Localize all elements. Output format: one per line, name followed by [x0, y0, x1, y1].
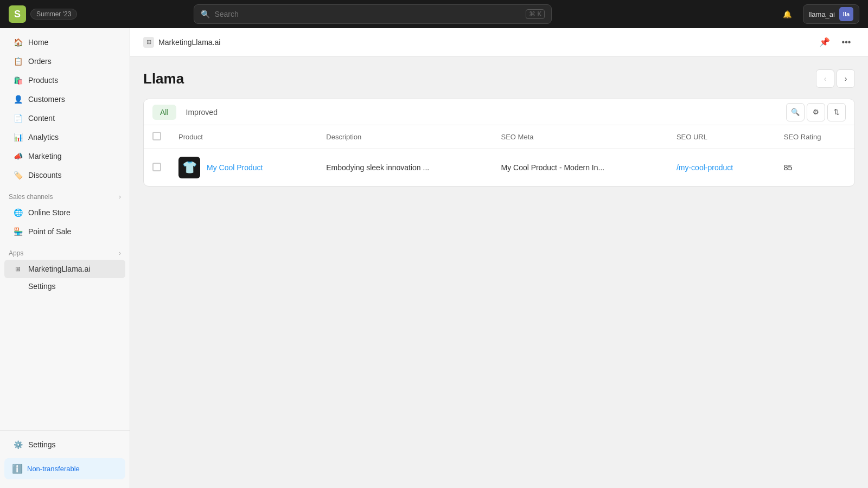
- breadcrumb: ⊞ MarketingLlama.ai: [143, 37, 220, 48]
- sidebar: 🏠 Home 📋 Orders 🛍️ Products 👤 Customers …: [0, 28, 130, 488]
- tab-all[interactable]: All: [152, 105, 176, 120]
- row-checkbox-cell: [144, 149, 170, 187]
- sidebar-item-label: Home: [28, 38, 48, 47]
- sidebar-item-online-store[interactable]: 🌐 Online Store: [4, 203, 125, 222]
- apps-header[interactable]: Apps ›: [0, 245, 130, 259]
- sidebar-nav: 🏠 Home 📋 Orders 🛍️ Products 👤 Customers …: [0, 28, 130, 430]
- sidebar-item-marketingllama[interactable]: ⊞ MarketingLlama.ai: [4, 260, 125, 278]
- sidebar-item-label: Customers: [28, 95, 65, 104]
- summer-badge: Summer '23: [30, 9, 77, 20]
- user-name: llama_ai: [809, 10, 835, 18]
- sidebar-item-settings-sub[interactable]: Settings: [4, 279, 125, 294]
- seo-url-link[interactable]: /my-cool-product: [676, 163, 733, 172]
- row-seo-rating: 85: [784, 163, 793, 172]
- product-link[interactable]: My Cool Product: [207, 163, 263, 172]
- row-seo-meta-cell: My Cool Product - Modern In...: [493, 149, 668, 187]
- page-title: Llama: [143, 70, 184, 87]
- sidebar-item-label: Content: [28, 114, 55, 123]
- sidebar-item-orders[interactable]: 📋 Orders: [4, 52, 125, 70]
- notification-button[interactable]: 🔔: [779, 5, 796, 23]
- sidebar-item-analytics[interactable]: 📊 Analytics: [4, 128, 125, 146]
- tab-improved[interactable]: Improved: [178, 105, 225, 120]
- search-filter-button[interactable]: 🔍: [786, 103, 805, 121]
- page-title-row: Llama ‹ ›: [143, 69, 855, 88]
- chevron-right-icon: ›: [119, 249, 121, 257]
- pin-button[interactable]: 📌: [816, 34, 833, 51]
- home-icon: 🏠: [13, 37, 23, 47]
- sidebar-item-settings[interactable]: ⚙️ Settings: [4, 435, 125, 454]
- main-layout: 🏠 Home 📋 Orders 🛍️ Products 👤 Customers …: [0, 28, 868, 488]
- search-input[interactable]: [214, 10, 521, 18]
- marketing-icon: 📣: [13, 151, 23, 161]
- table-actions: 🔍 ⚙ ⇅: [786, 103, 846, 121]
- select-all-checkbox[interactable]: [152, 132, 161, 140]
- sidebar-item-products[interactable]: 🛍️ Products: [4, 71, 125, 89]
- page-content: Llama ‹ › All Improved 🔍: [130, 56, 868, 488]
- sidebar-item-home[interactable]: 🏠 Home: [4, 33, 125, 52]
- sidebar-item-label: Orders: [28, 57, 52, 66]
- row-description-cell: Embodying sleek innovation ...: [317, 149, 492, 187]
- sidebar-item-marketing[interactable]: 📣 Marketing: [4, 147, 125, 165]
- product-thumbnail: 👕: [178, 157, 200, 178]
- content-icon: 📄: [13, 113, 23, 123]
- filter-button[interactable]: ⚙: [807, 103, 825, 121]
- sidebar-item-label: Marketing: [28, 152, 61, 160]
- shopify-logo: S: [9, 5, 26, 23]
- sidebar-item-content[interactable]: 📄 Content: [4, 109, 125, 127]
- pin-icon: 📌: [819, 37, 830, 47]
- products-icon: 🛍️: [13, 75, 23, 85]
- app-icon: ⊞: [13, 264, 23, 274]
- non-transferable-banner: ℹ️ Non-transferable: [4, 458, 125, 479]
- sidebar-item-label: Online Store: [28, 208, 71, 217]
- prev-button[interactable]: ‹: [816, 69, 834, 88]
- table-body: 👕 My Cool Product Embodying sleek innova…: [144, 149, 854, 187]
- table-header: Product Description SEO Meta SEO URL SEO…: [144, 125, 854, 149]
- sidebar-item-point-of-sale[interactable]: 🏪 Point of Sale: [4, 222, 125, 241]
- nav-arrows: ‹ ›: [816, 69, 855, 88]
- row-seo-url-cell: /my-cool-product: [668, 149, 775, 187]
- app-header-actions: 📌 •••: [816, 34, 855, 51]
- sales-channels-header[interactable]: Sales channels ›: [0, 189, 130, 203]
- main-content: ⊞ MarketingLlama.ai 📌 ••• Llama ‹ ›: [130, 28, 868, 488]
- non-transferable-label: Non-transferable: [27, 465, 80, 473]
- row-description: Embodying sleek innovation ...: [326, 163, 429, 172]
- topbar: S Summer '23 🔍 ⌘ K 🔔 llama_ai lla: [0, 0, 868, 28]
- discounts-icon: 🏷️: [13, 170, 23, 180]
- sort-button[interactable]: ⇅: [827, 103, 846, 121]
- sidebar-item-label: Discounts: [28, 171, 61, 179]
- more-button[interactable]: •••: [838, 34, 855, 51]
- filter-icon: ⚙: [813, 108, 819, 116]
- row-seo-meta: My Cool Product - Modern In...: [501, 163, 605, 172]
- tabs-left: All Improved: [152, 105, 225, 120]
- table-card: All Improved 🔍 ⚙ ⇅: [143, 99, 855, 187]
- user-menu-button[interactable]: llama_ai lla: [803, 4, 859, 24]
- info-icon: ℹ️: [12, 464, 23, 474]
- logo-area: S Summer '23: [9, 5, 77, 23]
- table-row: 👕 My Cool Product Embodying sleek innova…: [144, 149, 854, 187]
- col-product: Product: [170, 125, 317, 149]
- data-table: Product Description SEO Meta SEO URL SEO…: [144, 125, 854, 186]
- sidebar-item-discounts[interactable]: 🏷️ Discounts: [4, 166, 125, 184]
- breadcrumb-label: MarketingLlama.ai: [158, 38, 220, 47]
- topbar-right: 🔔 llama_ai lla: [779, 4, 859, 24]
- settings-icon: ⚙️: [13, 440, 23, 450]
- customers-icon: 👤: [13, 94, 23, 104]
- row-seo-rating-cell: 85: [775, 149, 854, 187]
- row-checkbox[interactable]: [152, 163, 161, 171]
- sidebar-item-label: MarketingLlama.ai: [28, 265, 90, 273]
- analytics-icon: 📊: [13, 132, 23, 142]
- sidebar-item-label: Point of Sale: [28, 227, 71, 236]
- search-bar[interactable]: 🔍 ⌘ K: [194, 4, 552, 24]
- sidebar-item-label: Products: [28, 76, 58, 85]
- online-store-icon: 🌐: [13, 208, 23, 217]
- sidebar-item-customers[interactable]: 👤 Customers: [4, 90, 125, 108]
- row-product-cell: 👕 My Cool Product: [170, 149, 317, 187]
- col-description: Description: [317, 125, 492, 149]
- next-button[interactable]: ›: [837, 69, 855, 88]
- sidebar-bottom: ⚙️ Settings ℹ️ Non-transferable: [0, 430, 130, 488]
- bell-icon: 🔔: [783, 10, 792, 18]
- chevron-right-icon: ›: [119, 193, 121, 201]
- orders-icon: 📋: [13, 56, 23, 66]
- product-cell: 👕 My Cool Product: [178, 157, 309, 178]
- col-seo-meta: SEO Meta: [493, 125, 668, 149]
